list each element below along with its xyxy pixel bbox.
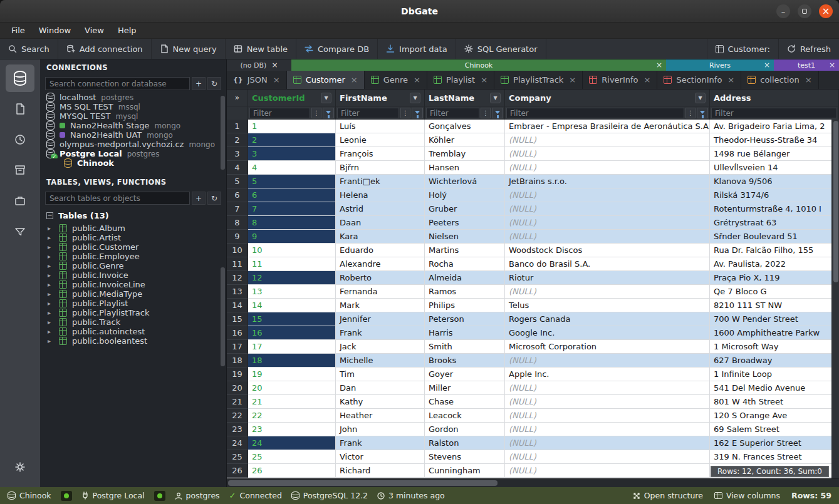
cell-lastname[interactable]: Harris (425, 326, 505, 340)
add-connection-small-button[interactable]: + (192, 77, 206, 90)
tab-playlist[interactable]: Playlist× (427, 71, 494, 89)
cell-address[interactable]: Klanova 9/506 (710, 175, 839, 188)
cell-customerid[interactable]: 5 (248, 175, 336, 188)
row-number[interactable]: 6 (227, 188, 248, 202)
table-item-public-playlisttrack[interactable]: ▸public.PlaylistTrack (40, 308, 226, 317)
cell-lastname[interactable]: Peterson (425, 312, 505, 326)
cell-company[interactable]: (NULL) (505, 464, 710, 478)
chevron-right-icon[interactable]: ▸ (48, 328, 54, 335)
row-number[interactable]: 19 (227, 368, 248, 381)
expand-columns-icon[interactable]: » (227, 90, 248, 106)
cell-company[interactable]: (NULL) (505, 436, 710, 450)
cell-firstname[interactable]: François (336, 147, 425, 161)
refresh-connections-button[interactable]: ↻ (207, 77, 221, 90)
new-query-button[interactable]: New query (152, 39, 226, 59)
connections-scrollbar[interactable] (221, 96, 225, 170)
column-header-company[interactable]: Company▼ (505, 90, 710, 106)
row-number[interactable]: 10 (227, 244, 248, 257)
connection-item-localhost[interactable]: localhostpostgres (40, 93, 226, 102)
row-number[interactable]: 18 (227, 354, 248, 368)
cell-lastname[interactable]: Gonçalves (425, 120, 505, 133)
cell-lastname[interactable]: Ramos (425, 285, 505, 299)
chevron-right-icon[interactable]: ▸ (48, 225, 54, 232)
row-number[interactable]: 12 (227, 271, 248, 285)
menu-window[interactable]: Window (33, 24, 77, 36)
cell-lastname[interactable]: Smith (425, 340, 505, 354)
cell-lastname[interactable]: Wichterlová (425, 175, 505, 188)
filter-input-company[interactable] (506, 108, 684, 118)
cell-company[interactable]: Google Inc. (505, 326, 710, 340)
cell-company[interactable]: (NULL) (505, 423, 710, 436)
chevron-right-icon[interactable]: ▸ (48, 244, 54, 250)
cell-customerid[interactable]: 10 (248, 244, 336, 257)
cell-address[interactable]: 541 Del Medio Avenue (710, 381, 839, 395)
cell-customerid[interactable]: 23 (248, 423, 336, 436)
close-icon[interactable]: × (656, 61, 662, 69)
row-number[interactable]: 7 (227, 202, 248, 216)
cell-lastname[interactable]: Tremblay (425, 147, 505, 161)
chevron-right-icon[interactable]: ▸ (48, 300, 54, 307)
vertical-scrollbar[interactable] (831, 120, 839, 478)
cell-company[interactable]: (NULL) (505, 395, 710, 409)
open-structure-button[interactable]: Open structure (633, 491, 703, 500)
cell-firstname[interactable]: Richard (336, 464, 425, 478)
cell-customerid[interactable]: 3 (248, 147, 336, 161)
cell-firstname[interactable]: Victor (336, 450, 425, 464)
cell-lastname[interactable]: Philips (425, 299, 505, 312)
column-header-customerid[interactable]: CustomerId▼ (248, 90, 336, 106)
cell-company[interactable]: Woodstock Discos (505, 244, 710, 257)
cell-firstname[interactable]: John (336, 423, 425, 436)
sidebar-item-filters[interactable] (6, 218, 34, 245)
cell-company[interactable]: Banco do Brasil S.A. (505, 257, 710, 271)
minimize-button[interactable]: – (776, 4, 790, 18)
cell-company[interactable]: (NULL) (505, 133, 710, 147)
cell-lastname[interactable]: Gordon (425, 423, 505, 436)
cell-address[interactable]: Rua Dr. Falcão Filho, 155 (710, 244, 839, 257)
row-number[interactable]: 9 (227, 230, 248, 244)
close-icon[interactable]: × (271, 61, 278, 69)
tab-json[interactable]: {}JSON× (227, 71, 287, 89)
table-item-public-autoinctest[interactable]: ▸public.autoinctest (40, 327, 226, 336)
table-item-public-album[interactable]: ▸public.Album (40, 224, 226, 233)
refresh-tables-button[interactable]: ↻ (207, 192, 221, 205)
cell-firstname[interactable]: Eduardo (336, 244, 425, 257)
cell-customerid[interactable]: 24 (248, 436, 336, 450)
chevron-right-icon[interactable]: ▸ (48, 337, 54, 344)
cell-address[interactable]: Sřnder Boulevard 51 (710, 230, 839, 244)
filter-menu-icon[interactable]: ⋮ (311, 108, 321, 118)
cell-lastname[interactable]: Ralston (425, 436, 505, 450)
chevron-down-icon[interactable]: ▼ (695, 93, 706, 103)
cell-customerid[interactable]: 16 (248, 326, 336, 340)
close-icon[interactable]: × (569, 75, 576, 85)
cell-firstname[interactable]: Dan (336, 381, 425, 395)
cell-company[interactable]: JetBrains s.r.o. (505, 175, 710, 188)
cell-customerid[interactable]: 13 (248, 285, 336, 299)
cell-customerid[interactable]: 21 (248, 395, 336, 409)
cell-company[interactable]: (NULL) (505, 188, 710, 202)
row-number[interactable]: 17 (227, 340, 248, 354)
close-icon[interactable]: × (644, 75, 651, 85)
cell-firstname[interactable]: Luís (336, 120, 425, 133)
menu-help[interactable]: Help (112, 24, 143, 36)
row-number[interactable]: 13 (227, 285, 248, 299)
menu-view[interactable]: View (78, 24, 110, 36)
cell-company[interactable]: (NULL) (505, 216, 710, 230)
filter-input-address[interactable] (711, 108, 837, 118)
tab-customer[interactable]: Customer× (287, 71, 365, 89)
cell-customerid[interactable]: 1 (248, 120, 336, 133)
tables-scrollbar[interactable] (221, 267, 225, 366)
cell-lastname[interactable]: Leacock (425, 409, 505, 423)
view-columns-button[interactable]: View columns (714, 491, 780, 500)
close-button[interactable]: × (819, 4, 833, 18)
row-number[interactable]: 26 (227, 464, 248, 478)
cell-company[interactable]: (NULL) (505, 354, 710, 368)
scrollbar-thumb[interactable] (228, 480, 498, 486)
connection-item-chinook[interactable]: Chinook (40, 158, 226, 168)
cell-address[interactable]: 162 E Superior Street (710, 436, 839, 450)
cell-lastname[interactable]: Hansen (425, 161, 505, 175)
cell-address[interactable]: 1600 Amphitheatre Parkw (710, 326, 839, 340)
cell-company[interactable]: (NULL) (505, 202, 710, 216)
cell-firstname[interactable]: Fernanda (336, 285, 425, 299)
cell-company[interactable]: (NULL) (505, 285, 710, 299)
search-button[interactable]: Search (0, 39, 58, 59)
